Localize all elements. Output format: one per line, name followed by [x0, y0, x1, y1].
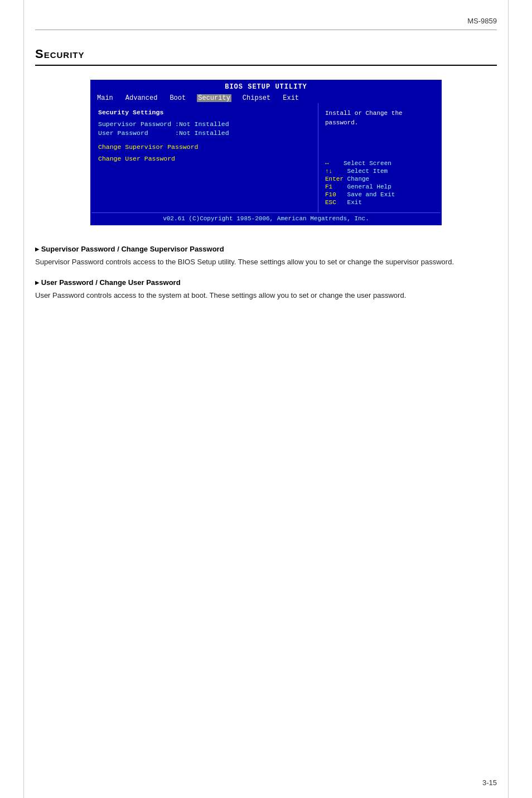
bios-right-panel: Install or Change thepassword. ↔ Select … [318, 103, 441, 212]
key-select-item: ↑↓ Select Item [325, 168, 434, 175]
user-password-row: User Password :Not Installed [98, 129, 311, 137]
bios-nav: Main Advanced Boot Security Chipset Exit [91, 93, 441, 103]
title-divider [35, 65, 497, 66]
desc-supervisor-heading: Supervisor Password / Change Supervisor … [35, 245, 497, 253]
desc-user-heading: User Password / Change User Password [35, 278, 497, 287]
bios-help-text: Install or Change thepassword. [325, 109, 434, 127]
key-change: Enter Change [325, 176, 434, 182]
bios-nav-main[interactable]: Main [96, 94, 114, 102]
bios-main-content: Security Settings Supervisor Password :N… [91, 103, 441, 212]
key-select-screen: ↔ Select Screen [325, 160, 434, 167]
bios-footer: v02.61 (C)Copyright 1985-2006, American … [91, 212, 441, 224]
bios-title-text: BIOS SETUP UTILITY [225, 83, 307, 91]
bios-nav-boot[interactable]: Boot [168, 94, 187, 102]
model-text: MS-9859 [467, 17, 497, 25]
key-exit: ESC Exit [325, 199, 434, 206]
page-container: MS-9859 Security BIOS SETUP UTILITY Main… [23, 0, 509, 798]
bios-nav-advanced[interactable]: Advanced [124, 94, 159, 102]
section-title: Security [35, 47, 497, 61]
change-supervisor-password[interactable]: Change Supervisor Password [98, 143, 311, 151]
bios-key-guide: ↔ Select Screen ↑↓ Select Item Enter Cha… [325, 160, 434, 207]
desc-user-password: User Password / Change User Password Use… [35, 278, 497, 302]
desc-user-text: User Password controls access to the sys… [35, 290, 497, 302]
model-number: MS-9859 [35, 17, 497, 30]
bios-screenshot: BIOS SETUP UTILITY Main Advanced Boot Se… [90, 80, 442, 225]
key-general-help: F1 General Help [325, 183, 434, 190]
bios-nav-security[interactable]: Security [197, 94, 231, 102]
desc-supervisor-password: Supervisor Password / Change Supervisor … [35, 245, 497, 268]
bios-title-bar: BIOS SETUP UTILITY [91, 81, 441, 93]
key-save-exit: F10 Save and Exit [325, 191, 434, 198]
page-number: 3-15 [482, 778, 497, 787]
bios-nav-chipset[interactable]: Chipset [241, 94, 272, 102]
bios-nav-exit[interactable]: Exit [282, 94, 300, 102]
change-user-password[interactable]: Change User Password [98, 155, 311, 162]
supervisor-password-row: Supervisor Password :Not Installed [98, 120, 311, 128]
desc-supervisor-text: Supervisor Password controls access to t… [35, 257, 497, 268]
bios-settings-header: Security Settings [98, 109, 311, 116]
bios-left-panel: Security Settings Supervisor Password :N… [91, 103, 318, 212]
bios-footer-text: v02.61 (C)Copyright 1985-2006, American … [163, 215, 369, 222]
